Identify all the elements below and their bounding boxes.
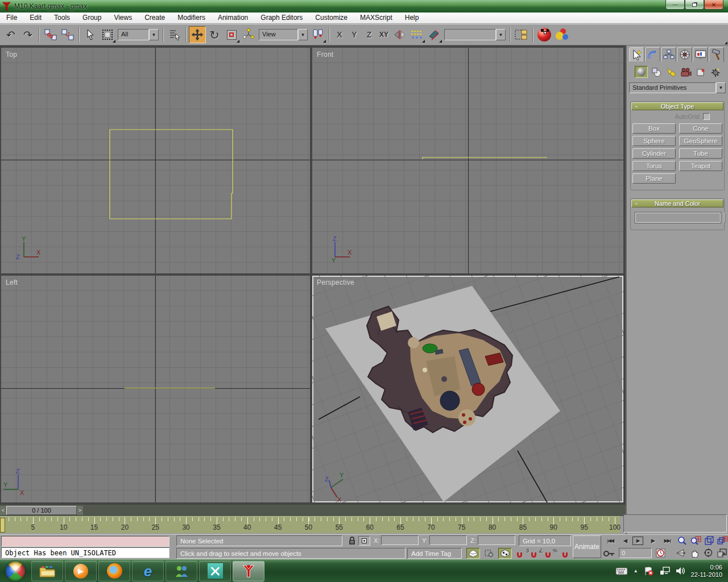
object-type-button[interactable]: Cone <box>679 123 722 134</box>
selection-lock-toggle[interactable] <box>346 535 358 546</box>
array-button[interactable] <box>408 26 425 43</box>
z-coordinate-input[interactable] <box>478 535 515 545</box>
go-to-end-button[interactable]: ▶▶| <box>661 536 674 546</box>
track-view-button[interactable] <box>513 26 530 43</box>
zoom-all-button[interactable] <box>689 535 702 546</box>
previous-frame-button[interactable]: ◀| <box>619 536 632 546</box>
restrict-y-button[interactable]: Y <box>347 27 362 42</box>
draft-render-toggle[interactable] <box>466 548 480 559</box>
redo-button[interactable]: ↷ <box>19 26 36 43</box>
min-max-toggle-button[interactable] <box>715 547 728 558</box>
action-center-flag-icon[interactable] <box>644 567 654 576</box>
select-and-move-button[interactable] <box>189 26 206 43</box>
window-crossing-toggle[interactable] <box>482 548 496 559</box>
name-and-color-header[interactable]: - Name and Color <box>631 199 723 207</box>
zoom-extents-button[interactable] <box>703 535 715 546</box>
taskbar-media-player-button[interactable]: ▶ <box>65 561 97 581</box>
play-button[interactable]: ▶ <box>632 537 643 545</box>
absolute-mode-toggle[interactable] <box>358 536 370 546</box>
viewport-top-label[interactable]: Top <box>6 51 17 59</box>
degradation-override-toggle[interactable] <box>498 548 512 559</box>
restrict-xy-plane-button[interactable]: XY <box>377 27 391 42</box>
collapse-icon[interactable]: - <box>635 102 638 109</box>
selection-region-button[interactable] <box>99 26 116 43</box>
menu-item[interactable]: Help <box>399 13 425 23</box>
object-type-button[interactable]: Plane <box>632 173 676 184</box>
arc-rotate-button[interactable] <box>702 547 714 558</box>
restrict-x-button[interactable]: X <box>332 27 347 42</box>
category-dropdown[interactable]: Standard Primitives ▼ <box>629 82 726 93</box>
taskbar-gmax-button[interactable] <box>233 561 264 581</box>
viewport-perspective-label[interactable]: Perspective <box>317 278 354 286</box>
taskbar-internet-explorer-button[interactable]: e <box>132 561 164 581</box>
category-helpers-button[interactable] <box>694 66 707 78</box>
align-button[interactable] <box>425 26 442 43</box>
maxscript-listener-output[interactable]: Object Has been UN_ISOLATED <box>1 547 169 558</box>
named-selection-dropdown[interactable]: ▼ <box>444 29 506 40</box>
angle-snap-button[interactable]: ∠ <box>531 549 543 558</box>
network-tray-icon[interactable] <box>660 567 670 575</box>
material-editor-button[interactable] <box>536 26 553 43</box>
pan-view-button[interactable] <box>688 547 701 558</box>
track-bar-frame-handle[interactable] <box>0 518 5 533</box>
menu-item[interactable]: Edit <box>23 13 48 23</box>
select-and-rotate-button[interactable]: ↻ <box>206 26 223 43</box>
menu-item[interactable]: Customize <box>309 13 354 23</box>
object-type-header[interactable]: - Object Type <box>631 102 723 110</box>
restrict-z-button[interactable]: Z <box>362 27 377 42</box>
taskbar-clock[interactable]: 0:06 22-11-2010 <box>691 564 722 579</box>
menu-item[interactable]: Modifiers <box>171 13 212 23</box>
tab-modify[interactable] <box>645 47 660 62</box>
object-type-button[interactable]: GeoSphere <box>679 136 722 146</box>
taskbar-explorer-button[interactable] <box>31 561 63 581</box>
menu-item[interactable]: Create <box>138 13 171 23</box>
zoom-button[interactable] <box>676 535 688 546</box>
object-type-button[interactable]: Tube <box>679 148 722 159</box>
object-name-input[interactable] <box>635 212 721 223</box>
minimize-button[interactable]: — <box>665 0 685 10</box>
menu-item[interactable]: Graph Editors <box>254 13 309 23</box>
viewport-left-label[interactable]: Left <box>6 278 18 286</box>
restore-button[interactable] <box>685 0 704 10</box>
keyboard-tray-icon[interactable] <box>615 567 628 575</box>
show-hidden-icons-arrow[interactable]: ▲ <box>634 568 638 573</box>
dropdown-arrow-icon[interactable]: ▼ <box>149 29 159 40</box>
add-time-tag[interactable]: Add Time Tag <box>407 548 462 559</box>
object-type-button[interactable]: Torus <box>632 161 676 171</box>
x-coordinate-input[interactable] <box>381 535 419 545</box>
menu-item[interactable]: Views <box>107 13 138 23</box>
tab-utilities[interactable] <box>709 47 724 62</box>
close-button[interactable]: ✕ <box>704 0 723 10</box>
dropdown-arrow-icon[interactable]: ▼ <box>298 29 308 40</box>
select-object-button[interactable] <box>82 26 99 43</box>
tab-motion[interactable] <box>677 47 692 62</box>
category-shapes-button[interactable] <box>650 66 663 78</box>
go-to-start-button[interactable]: |◀◀ <box>604 536 617 546</box>
select-and-link-button[interactable] <box>42 26 59 43</box>
object-type-button[interactable]: Sphere <box>632 136 676 146</box>
taskbar-firefox-button[interactable] <box>98 561 130 581</box>
set-key-button[interactable] <box>603 548 615 559</box>
collapse-icon[interactable]: - <box>635 199 638 206</box>
autogrid-checkbox[interactable] <box>703 113 710 120</box>
snap-toggle-button[interactable]: 3 <box>516 549 529 558</box>
use-pivot-point-center-button[interactable] <box>309 26 326 43</box>
menu-item[interactable]: Animation <box>212 13 254 23</box>
selection-filter-dropdown[interactable]: All ▼ <box>118 29 159 40</box>
titlebar[interactable]: M10 Kaart.gmax - gmax — ✕ <box>0 0 728 13</box>
viewport-front[interactable]: Front Z Y X <box>312 48 623 273</box>
tab-display[interactable] <box>693 47 708 62</box>
category-lights-button[interactable] <box>664 66 677 78</box>
object-type-button[interactable]: Cylinder <box>632 148 676 159</box>
percent-snap-button[interactable]: % <box>545 549 557 558</box>
unlink-selection-button[interactable] <box>59 26 76 43</box>
y-coordinate-input[interactable] <box>429 535 467 545</box>
select-and-manipulate-button[interactable] <box>240 26 257 43</box>
zoom-extents-all-button[interactable] <box>716 535 728 546</box>
object-type-button[interactable]: Teapot <box>679 161 722 171</box>
maxscript-listener-macro-line[interactable] <box>1 536 169 547</box>
menu-item[interactable]: File <box>0 13 23 23</box>
dropdown-arrow-icon[interactable]: ▼ <box>716 82 726 93</box>
taskbar-messenger-button[interactable] <box>166 561 197 581</box>
render-button[interactable] <box>553 26 570 43</box>
